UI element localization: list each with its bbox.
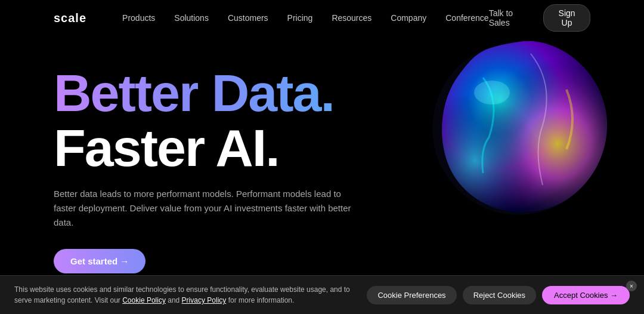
cookie-preferences-button[interactable]: Cookie Preferences — [367, 286, 456, 304]
nav-item-conference[interactable]: Conference — [445, 13, 488, 23]
privacy-policy-link[interactable]: Privacy Policy — [182, 296, 227, 304]
cookie-buttons: Cookie Preferences Reject Cookies Accept… — [367, 286, 630, 304]
nav-item-resources[interactable]: Resources — [332, 13, 371, 23]
reject-cookies-button[interactable]: Reject Cookies — [463, 286, 536, 304]
cookie-banner: × This website uses cookies and similar … — [0, 275, 644, 314]
nav-actions: Talk to Sales Sign Up — [489, 4, 590, 32]
logo[interactable]: scale — [54, 11, 86, 25]
hero-blob-image — [423, 30, 614, 221]
hero-cta-area: Get started → — [54, 249, 590, 273]
nav-item-solutions[interactable]: Solutions — [174, 13, 209, 23]
talk-to-sales-link[interactable]: Talk to Sales — [489, 8, 532, 27]
close-icon: × — [630, 283, 633, 290]
nav-item-customers[interactable]: Customers — [228, 13, 268, 23]
hero-subtitle: Better data leads to more performant mod… — [54, 187, 352, 230]
nav-item-products[interactable]: Products — [122, 13, 155, 23]
get-started-button[interactable]: Get started → — [54, 249, 145, 273]
hero-title-better: Better — [54, 63, 198, 122]
cookie-policy-link[interactable]: Cookie Policy — [122, 296, 166, 304]
nav-item-pricing[interactable]: Pricing — [287, 13, 313, 23]
hero-title-data: Data. — [212, 63, 334, 122]
hero-title-faster-ai: Faster AI. — [54, 118, 279, 177]
sign-up-button[interactable]: Sign Up — [543, 4, 590, 32]
navigation: scale Products Solutions Customers Prici… — [0, 0, 644, 36]
hero-section: Better Data. Faster AI. Better data lead… — [0, 36, 644, 273]
nav-links: Products Solutions Customers Pricing Res… — [122, 13, 489, 23]
cookie-close-button[interactable]: × — [626, 281, 637, 291]
cookie-text: This website uses cookies and similar te… — [14, 284, 357, 306]
nav-item-company[interactable]: Company — [391, 13, 426, 23]
accept-cookies-button[interactable]: Accept Cookies → — [542, 286, 630, 304]
svg-point-1 — [474, 81, 510, 104]
